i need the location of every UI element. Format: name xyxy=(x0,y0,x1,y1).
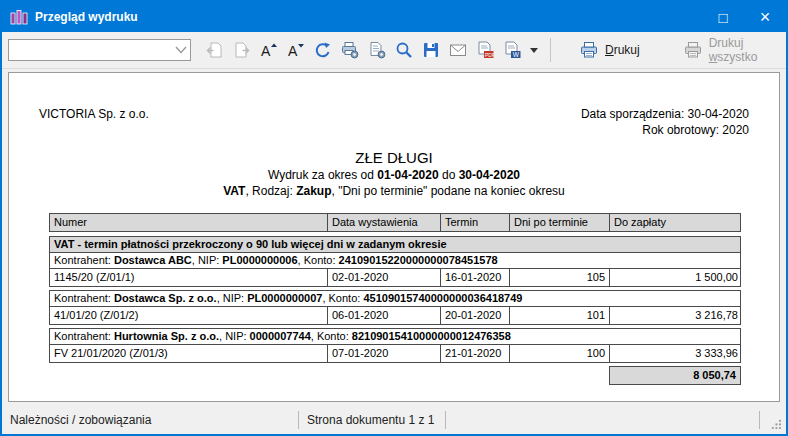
report-title: ZŁE DŁUGI xyxy=(9,148,779,167)
status-page-info: Strona dokumentu 1 z 1 xyxy=(299,413,445,427)
preview-viewport: VICTORIA Sp. z o.o. Data sporządzenia: 3… xyxy=(2,69,786,406)
resize-grip[interactable] xyxy=(760,406,786,434)
table-group: Kontrahent: Hurtownia Sp. z o.o., NIP: 0… xyxy=(49,328,741,363)
next-page-button[interactable] xyxy=(228,37,255,64)
cell-data-wystawienia: 06-01-2020 xyxy=(328,307,441,324)
table-header-row: Numer Data wystawienia Termin Dni po ter… xyxy=(49,213,741,232)
toolbar: A A xyxy=(2,32,786,69)
printer-all-icon xyxy=(684,41,702,59)
invoice-row: FV 21/01/2020 (Z/01/3) 07-01-2020 21-01-… xyxy=(49,344,741,363)
cell-do-zaplaty: 3 333,96 xyxy=(610,345,742,362)
save-button[interactable] xyxy=(417,37,444,64)
window-controls: □ × xyxy=(702,2,786,32)
contractor-row: Kontrahent: Dostawca ABC, NIP: PL0000000… xyxy=(49,252,741,269)
report-settings-icon xyxy=(368,41,386,59)
print-button-label: Drukuj xyxy=(605,43,640,57)
report-title-block: ZŁE DŁUGI Wydruk za okres od 01-04-2020 … xyxy=(9,148,779,199)
table-group: VAT - termin płatności przekroczony o 90… xyxy=(49,236,741,287)
header-cell-do-zaplaty: Do zapłaty xyxy=(610,214,742,231)
chevron-down-icon[interactable] xyxy=(172,46,190,54)
print-button[interactable]: Drukuj xyxy=(558,37,662,63)
print-preview-window: Przegląd wydruku □ × A xyxy=(0,0,788,436)
zoom-combobox-input[interactable] xyxy=(9,41,172,59)
app-icon xyxy=(10,9,28,25)
cell-do-zaplaty: 1 500,00 xyxy=(610,269,742,286)
svg-text:W: W xyxy=(512,51,519,58)
export-word-button[interactable]: W xyxy=(498,37,525,64)
cell-data-wystawienia: 07-01-2020 xyxy=(328,345,441,362)
close-button[interactable]: × xyxy=(744,2,786,32)
title-bar: Przegląd wydruku □ × xyxy=(2,2,786,32)
save-icon xyxy=(422,41,440,59)
print-all-button-label: Drukuj wszystko xyxy=(709,36,758,64)
report-period: Wydruk za okres od 01-04-2020 do 30-04-2… xyxy=(9,167,779,183)
export-pdf-button[interactable]: PDF xyxy=(471,37,498,64)
export-pdf-icon: PDF xyxy=(476,41,494,59)
refresh-button[interactable] xyxy=(309,37,336,64)
table-group: Kontrahent: Dostawca Sp. z o.o., NIP: PL… xyxy=(49,290,741,325)
invoice-row: 41/01/20 (Z/01/2) 06-01-2020 20-01-2020 … xyxy=(49,306,741,325)
svg-text:A: A xyxy=(288,43,298,59)
fiscal-year: Rok obrotowy: 2020 xyxy=(581,122,749,138)
debts-table: Numer Data wystawienia Termin Dni po ter… xyxy=(49,213,741,385)
cell-dni-po-terminie: 100 xyxy=(510,345,610,362)
email-icon xyxy=(449,41,467,59)
contractor-row: Kontrahent: Dostawca Sp. z o.o., NIP: PL… xyxy=(49,290,741,307)
cell-numer: 1145/20 (Z/01/1) xyxy=(50,269,328,286)
report-criteria: VAT, Rodzaj: Zakup, "Dni po terminie" po… xyxy=(9,183,779,199)
header-cell-data-wystawienia: Data wystawienia xyxy=(328,214,441,231)
report-settings-button[interactable] xyxy=(363,37,390,64)
svg-text:A: A xyxy=(261,43,271,59)
prepared-date: Data sporządzenia: 30-04-2020 xyxy=(581,106,749,122)
header-cell-numer: Numer xyxy=(50,214,328,231)
magnifier-icon xyxy=(395,41,413,59)
header-cell-termin: Termin xyxy=(441,214,510,231)
status-left-text: Należności / zobowiązania xyxy=(2,413,298,427)
cell-numer: FV 21/01/2020 (Z/01/3) xyxy=(50,345,328,362)
company-name: VICTORIA Sp. z o.o. xyxy=(39,106,149,138)
zoom-button[interactable] xyxy=(390,37,417,64)
svg-text:PDF: PDF xyxy=(485,52,494,58)
report-meta: Data sporządzenia: 30-04-2020 Rok obroto… xyxy=(581,106,749,138)
close-icon: × xyxy=(760,7,771,28)
cell-termin: 20-01-2020 xyxy=(441,307,510,324)
previous-page-icon xyxy=(206,41,224,59)
cell-do-zaplaty: 3 216,78 xyxy=(610,307,742,324)
previous-page-button[interactable] xyxy=(201,37,228,64)
font-decrease-icon: A xyxy=(287,41,305,59)
contractor-row: Kontrahent: Hurtownia Sp. z o.o., NIP: 0… xyxy=(49,328,741,345)
header-cell-dni-po-terminie: Dni po terminie xyxy=(510,214,610,231)
cell-termin: 21-01-2020 xyxy=(441,345,510,362)
zoom-combobox[interactable] xyxy=(8,39,191,61)
invoice-row: 1145/20 (Z/01/1) 02-01-2020 16-01-2020 1… xyxy=(49,268,741,287)
cell-termin: 16-01-2020 xyxy=(441,269,510,286)
cell-dni-po-terminie: 101 xyxy=(510,307,610,324)
document-header: VICTORIA Sp. z o.o. Data sporządzenia: 3… xyxy=(9,73,779,138)
printer-settings-button[interactable] xyxy=(336,37,363,64)
section-header-row: VAT - termin płatności przekroczony o 90… xyxy=(49,236,741,253)
refresh-icon xyxy=(314,41,332,59)
more-options-button[interactable] xyxy=(525,37,543,64)
total-cell: 8 050,74 xyxy=(609,366,741,385)
maximize-button[interactable]: □ xyxy=(702,2,744,32)
status-bar: Należności / zobowiązania Strona dokumen… xyxy=(2,406,786,434)
font-increase-button[interactable]: A xyxy=(255,37,282,64)
font-decrease-button[interactable]: A xyxy=(282,37,309,64)
maximize-icon: □ xyxy=(718,9,727,26)
font-increase-icon: A xyxy=(260,41,278,59)
document-page: VICTORIA Sp. z o.o. Data sporządzenia: 3… xyxy=(8,72,780,402)
printer-icon xyxy=(580,41,598,59)
dropdown-arrow-icon xyxy=(530,48,538,53)
cell-data-wystawienia: 02-01-2020 xyxy=(328,269,441,286)
cell-numer: 41/01/20 (Z/01/2) xyxy=(50,307,328,324)
window-title: Przegląd wydruku xyxy=(35,10,138,24)
cell-dni-po-terminie: 105 xyxy=(510,269,610,286)
email-button[interactable] xyxy=(444,37,471,64)
toolbar-separator xyxy=(550,38,551,62)
export-word-icon: W xyxy=(503,41,521,59)
print-all-button[interactable]: Drukuj wszystko xyxy=(662,32,780,68)
printer-settings-icon xyxy=(341,41,359,59)
status-separator xyxy=(445,411,446,429)
next-page-icon xyxy=(233,41,251,59)
